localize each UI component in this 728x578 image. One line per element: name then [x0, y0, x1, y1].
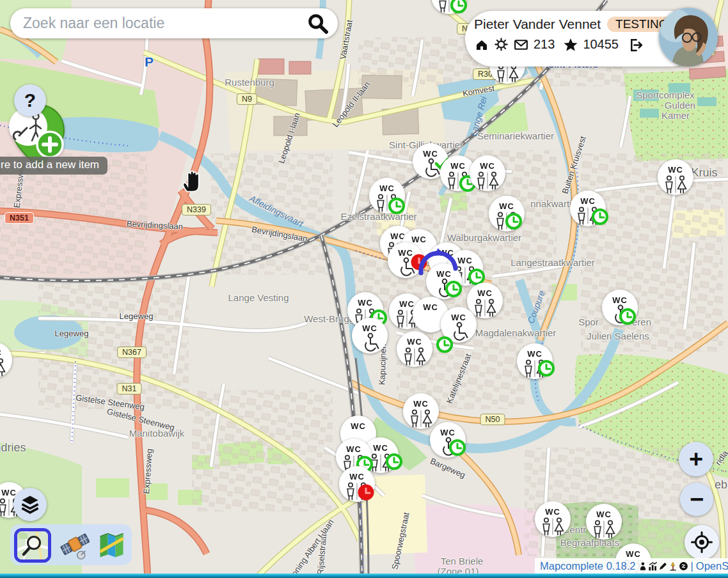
- search-input[interactable]: [22, 14, 307, 33]
- app-version[interactable]: Mapcomplete 0.18.2: [540, 560, 636, 572]
- svg-text:WC: WC: [1, 488, 17, 497]
- license-icon[interactable]: [679, 561, 688, 571]
- add-plus-icon: [37, 132, 63, 157]
- toilet-marker[interactable]: WC: [440, 306, 477, 343]
- home-icon[interactable]: [474, 37, 489, 52]
- toilet-marker[interactable]: WC: [429, 421, 466, 458]
- toilet-marker[interactable]: WC: [469, 155, 506, 192]
- statistics-icon[interactable]: [648, 561, 658, 571]
- opening-hours-badge: [617, 306, 638, 327]
- svg-text:WC: WC: [499, 201, 514, 211]
- svg-text:WC: WC: [0, 348, 2, 357]
- toilet-marker[interactable]: WC: [657, 159, 694, 196]
- opening-hours-badge: [503, 210, 525, 232]
- opening-hours-badge: [355, 481, 377, 503]
- help-button-label: ?: [24, 91, 36, 110]
- toilet-marker[interactable]: WC: [431, 0, 468, 15]
- marker-layer: WCWCWCWCWCWCWCWCWCWCWCWCWCWCWCWCWCWCWCWC…: [0, 0, 728, 578]
- contributor-icon[interactable]: [638, 561, 647, 571]
- svg-text:WC: WC: [596, 510, 612, 519]
- changeset-count: 10455: [583, 37, 619, 52]
- opening-hours-badge: [589, 206, 611, 228]
- messages-icon[interactable]: [513, 36, 529, 52]
- basemap-option-satellite[interactable]: [59, 530, 91, 561]
- toilet-marker[interactable]: WC: [488, 195, 525, 232]
- basemap-option-map[interactable]: [95, 530, 127, 561]
- svg-text:WC: WC: [580, 196, 596, 206]
- svg-text:WC: WC: [626, 549, 641, 559]
- basemap-switcher: [10, 524, 132, 565]
- geolocate-icon: [690, 531, 713, 554]
- svg-text:WC: WC: [358, 298, 373, 308]
- opening-hours-badge: [434, 334, 455, 355]
- toilet-marker[interactable]: WC: [351, 317, 388, 354]
- geolocate-button[interactable]: [684, 525, 719, 559]
- svg-text:WC: WC: [379, 184, 395, 193]
- opening-hours-badge: [383, 451, 405, 473]
- message-count: 213: [534, 37, 555, 52]
- toilet-marker[interactable]: WC: [396, 331, 433, 368]
- zoom-out-button[interactable]: −: [680, 483, 713, 516]
- surveyor-icon[interactable]: [669, 561, 678, 571]
- hand-cursor-icon: [179, 168, 203, 194]
- zoom-out-label: −: [690, 487, 704, 512]
- help-button[interactable]: ?: [14, 84, 46, 116]
- attribution-bar: Mapcomplete 0.18.2 | O: [535, 558, 728, 574]
- osm-carto-icon: [17, 531, 48, 559]
- svg-text:WC: WC: [450, 161, 466, 171]
- toilet-marker[interactable]: WC: [0, 341, 13, 379]
- toilet-marker[interactable]: WC: [585, 503, 622, 540]
- svg-text:WC: WC: [668, 165, 683, 175]
- svg-text:WC: WC: [612, 295, 628, 305]
- avatar-portrait: [659, 8, 718, 66]
- toilet-marker[interactable]: WC: [569, 190, 606, 227]
- user-name: Pieter Vander Vennet: [474, 17, 601, 32]
- search-bar[interactable]: [10, 8, 338, 38]
- edit-pencil-icon[interactable]: [658, 561, 668, 571]
- gear-icon[interactable]: [494, 37, 509, 52]
- svg-text:WC: WC: [480, 161, 495, 171]
- avatar[interactable]: [659, 8, 718, 66]
- layers-icon: [19, 493, 42, 516]
- svg-text:WC: WC: [351, 421, 366, 431]
- zoom-in-label: +: [689, 447, 703, 471]
- satellite-icon: [59, 530, 91, 561]
- folded-map-icon: [95, 530, 127, 561]
- add-item-tooltip: re to add a new item: [0, 157, 107, 175]
- svg-text:WC: WC: [407, 337, 422, 347]
- star-icon[interactable]: [563, 37, 578, 52]
- layers-button[interactable]: [13, 488, 47, 521]
- toilet-marker[interactable]: WC: [534, 501, 571, 538]
- direction-arc-icon: [415, 247, 466, 279]
- logout-icon[interactable]: [627, 36, 643, 52]
- svg-text:WC: WC: [545, 507, 560, 517]
- mapcomplete-app: RustenburgBrugge-Sint-PietersSportcomple…: [0, 0, 728, 578]
- search-icon[interactable]: [307, 13, 329, 35]
- bottom-edge-strip: [0, 574, 728, 578]
- svg-text:WC: WC: [440, 428, 455, 437]
- svg-text:WC: WC: [413, 399, 429, 409]
- toilet-marker[interactable]: WC: [601, 289, 638, 326]
- svg-text:WC: WC: [477, 288, 493, 298]
- opening-hours-badge: [447, 437, 468, 458]
- attribution-separator: |: [691, 560, 693, 572]
- toilet-marker[interactable]: WC: [368, 177, 406, 214]
- svg-text:WC: WC: [346, 444, 361, 454]
- svg-text:WC: WC: [423, 302, 438, 312]
- svg-text:WC: WC: [362, 324, 377, 333]
- toilet-marker[interactable]: WC: [516, 343, 553, 380]
- opening-hours-badge: [535, 357, 557, 379]
- osm-link[interactable]: OpenStreetMap: [696, 560, 728, 572]
- toilet-marker[interactable]: WC: [338, 465, 376, 503]
- svg-text:WC: WC: [451, 313, 466, 322]
- opening-hours-badge: [448, 0, 470, 16]
- zoom-in-button[interactable]: +: [679, 442, 713, 476]
- basemap-option-osm[interactable]: [14, 528, 51, 563]
- opening-hours-badge: [386, 195, 408, 217]
- svg-text:WC: WC: [349, 472, 365, 481]
